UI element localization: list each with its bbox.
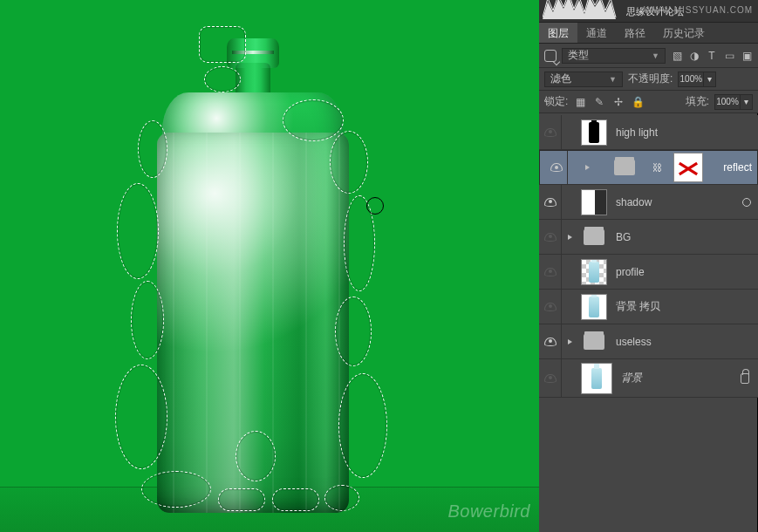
layer-mask-disabled[interactable] (673, 153, 703, 182)
layer-name[interactable]: 背景 拷贝 (616, 299, 660, 314)
blend-mode-select[interactable]: 滤色 ▼ (544, 72, 623, 87)
visibility-toggle[interactable] (539, 220, 562, 254)
fill-label: 填充: (686, 94, 709, 109)
filter-smart-icon[interactable]: ▣ (741, 50, 753, 62)
layers-panel: 思缘设计论坛 WWW.MISSYUAN.COM 图层 通道 路径 历史记录 类型… (539, 0, 758, 532)
opacity-spinner[interactable]: 100% ▾ (678, 72, 716, 87)
visibility-toggle[interactable] (545, 151, 568, 184)
layer-filter-bar: 类型 ▼ ▧ ◑ T ▭ ▣ (539, 44, 758, 68)
triangle-right-icon (568, 339, 572, 344)
layer-name[interactable]: high light (616, 126, 658, 139)
blend-bar: 滤色 ▼ 不透明度: 100% ▾ (539, 68, 758, 91)
tab-channels[interactable]: 通道 (577, 23, 616, 43)
lock-transparent-icon[interactable]: ▦ (573, 96, 587, 108)
tab-history[interactable]: 历史记录 (654, 23, 714, 43)
histogram-strip: 思缘设计论坛 WWW.MISSYUAN.COM (539, 0, 758, 23)
layer-row[interactable]: high light (539, 115, 758, 150)
layer-row[interactable]: shadow (539, 185, 758, 220)
lock-bar: 锁定: ▦ ✎ ✢ 🔒 填充: 100% ▾ (539, 91, 758, 113)
panel-tabs: 图层 通道 路径 历史记录 (539, 23, 758, 44)
visibility-toggle[interactable] (539, 290, 562, 324)
chevron-down-icon: ▼ (609, 75, 617, 84)
fx-indicator-icon[interactable] (742, 198, 751, 207)
eye-icon (544, 338, 557, 346)
eye-icon (544, 198, 557, 207)
visibility-toggle[interactable] (539, 359, 562, 397)
triangle-right-icon (585, 165, 590, 170)
tab-paths[interactable]: 路径 (616, 23, 654, 43)
lock-label: 锁定: (544, 94, 568, 109)
url-watermark: WWW.MISSYUAN.COM (644, 5, 753, 15)
layer-list[interactable]: high light ⛓ reflect shadow BG (539, 115, 758, 532)
layer-name[interactable]: profile (616, 266, 645, 278)
chevron-down-icon[interactable]: ▾ (741, 94, 753, 110)
layer-thumbnail[interactable] (581, 189, 607, 215)
filter-adjust-icon[interactable]: ◑ (688, 50, 700, 62)
layer-thumbnail[interactable] (581, 259, 607, 285)
visibility-toggle[interactable] (539, 185, 562, 219)
eye-icon (550, 163, 563, 172)
chevron-down-icon: ▼ (652, 51, 659, 60)
layer-row[interactable]: ⛓ reflect (539, 150, 758, 185)
visibility-toggle[interactable] (539, 324, 562, 358)
group-folder-icon[interactable] (581, 329, 607, 355)
expand-toggle[interactable] (580, 165, 596, 170)
opacity-label: 不透明度: (628, 72, 673, 86)
canvas-viewport[interactable]: Bowerbird (0, 0, 539, 532)
filter-shape-icon[interactable]: ▭ (723, 50, 735, 62)
filter-pixel-icon[interactable]: ▧ (671, 50, 683, 62)
layer-thumbnail[interactable] (581, 294, 607, 320)
lock-image-icon[interactable]: ✎ (592, 96, 606, 108)
fill-value: 100% (714, 94, 741, 110)
expand-toggle[interactable] (562, 339, 577, 344)
tab-layers[interactable]: 图层 (539, 23, 577, 43)
blend-mode-value: 滤色 (550, 72, 571, 86)
layer-thumbnail[interactable] (581, 119, 607, 146)
filter-kind-label: 类型 (568, 48, 589, 63)
visibility-toggle[interactable] (539, 255, 562, 289)
layer-name[interactable]: reflect (723, 161, 752, 174)
opacity-value: 100% (678, 72, 704, 87)
layer-name[interactable]: useless (616, 336, 652, 348)
layer-thumbnail[interactable] (581, 363, 612, 394)
eye-icon (544, 233, 557, 242)
eye-icon (544, 268, 557, 276)
link-icon: ⛓ (653, 162, 662, 173)
eye-icon (544, 374, 557, 383)
layer-row[interactable]: 背景 (539, 359, 758, 398)
expand-toggle[interactable] (562, 235, 577, 240)
layer-row[interactable]: profile (539, 255, 758, 290)
lock-icon (741, 373, 749, 384)
group-folder-icon[interactable] (611, 154, 638, 181)
layer-name[interactable]: 背景 (621, 371, 642, 385)
fill-spinner[interactable]: 100% ▾ (714, 94, 753, 110)
layer-row[interactable]: BG (539, 220, 758, 255)
layer-row[interactable]: useless (539, 324, 758, 359)
group-folder-icon[interactable] (581, 224, 607, 250)
search-icon[interactable] (544, 50, 557, 62)
layer-row[interactable]: 背景 拷贝 (539, 290, 758, 324)
brush-cursor (366, 197, 384, 215)
visibility-toggle[interactable] (539, 115, 562, 149)
eye-icon (544, 128, 557, 137)
layer-name[interactable]: BG (616, 231, 631, 243)
triangle-right-icon (568, 235, 572, 240)
chevron-down-icon[interactable]: ▾ (704, 72, 716, 87)
layer-name[interactable]: shadow (616, 196, 652, 208)
filter-type-icon[interactable]: T (706, 50, 718, 62)
lock-all-icon[interactable]: 🔒 (631, 96, 645, 108)
lock-position-icon[interactable]: ✢ (611, 96, 625, 108)
filter-kind-select[interactable]: 类型 ▼ (562, 48, 666, 64)
eye-icon (544, 303, 557, 311)
